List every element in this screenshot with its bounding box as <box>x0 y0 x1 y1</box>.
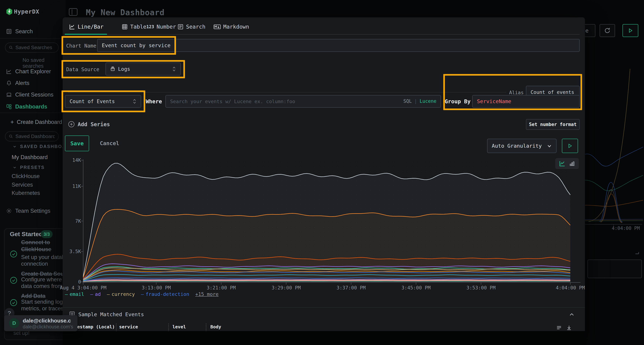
markdown-icon <box>214 24 221 30</box>
x-axis-tick-label: 3:45:00 PM <box>386 285 446 291</box>
lucene-toggle[interactable]: Lucene <box>420 98 436 104</box>
column-separator[interactable] <box>206 324 206 332</box>
preview-run-button[interactable] <box>562 139 578 153</box>
tab-line-bar[interactable]: Line/Bar <box>69 23 104 30</box>
section-divider <box>62 308 585 308</box>
legend-swatch: — <box>90 291 93 297</box>
annotation-box-data-source <box>62 60 185 78</box>
search-list-icon <box>178 24 184 30</box>
user-workspace: dale@clickhouse.com's <box>23 324 73 330</box>
legend-swatch: — <box>65 291 68 297</box>
user-email: dale@clickhouse.c <box>23 318 71 324</box>
preview-chart-canvas <box>77 157 594 293</box>
column-header-level[interactable]: level <box>172 324 186 330</box>
column-header-service[interactable]: service <box>119 324 138 330</box>
y-axis-tick-label: 3.5K <box>54 249 81 254</box>
tab-number[interactable]: 123 Number <box>146 23 176 30</box>
line-chart-icon <box>69 24 75 30</box>
annotation-box-aggregation <box>62 90 145 112</box>
sql-toggle[interactable]: SQL <box>404 98 412 104</box>
add-series-button[interactable]: Add Series <box>68 121 110 128</box>
save-button[interactable]: Save <box>65 135 89 151</box>
x-axis-tick-label: 3:29:00 PM <box>256 285 317 291</box>
y-axis-tick-label: 14K <box>54 157 81 163</box>
collapse-chevron-up-icon[interactable] <box>569 312 574 318</box>
user-menu-chip[interactable]: D dale@clickhouse.c dale@clickhouse.com'… <box>4 315 78 331</box>
legend-item[interactable]: —fraud-detection <box>141 291 189 297</box>
y-axis-tick-label: 0 <box>54 279 81 285</box>
table-body-area <box>62 331 585 345</box>
x-axis-tick-label: 3:13:00 PM <box>126 285 186 291</box>
x-axis-tick-label: 3:21:00 PM <box>191 285 252 291</box>
x-axis-tick-label: Aug 4 3:04:00 PM <box>53 285 114 291</box>
legend-more-link[interactable]: +15 more <box>195 291 218 297</box>
annotation-box-group-by <box>443 74 582 110</box>
y-axis-tick-label: 7K <box>54 218 81 224</box>
annotation-box-chart-name <box>62 36 176 55</box>
legend-item[interactable]: —email <box>65 291 84 297</box>
set-number-format-button[interactable]: Set number format <box>526 119 580 130</box>
column-separator[interactable] <box>116 324 117 332</box>
where-search-input[interactable] <box>166 95 441 108</box>
x-axis-tick-label: 3:53:00 PM <box>450 285 512 291</box>
tabs-divider <box>107 34 580 34</box>
tab-table[interactable]: Table <box>122 23 146 30</box>
plus-circle-icon <box>68 121 75 128</box>
tab-markdown[interactable]: Markdown <box>214 23 249 30</box>
play-icon <box>567 143 572 149</box>
column-separator[interactable] <box>168 324 169 332</box>
granularity-select[interactable]: Auto Granularity <box>487 139 556 153</box>
cancel-button[interactable]: Cancel <box>100 140 119 146</box>
active-tab-underline <box>65 34 107 35</box>
sample-events-title: Sample Matched Events <box>78 311 144 318</box>
row-density-icon[interactable] <box>556 325 562 331</box>
where-label: Where <box>146 98 162 105</box>
legend-swatch: — <box>107 291 110 297</box>
table-icon <box>122 24 128 30</box>
chevron-down-icon <box>547 143 552 148</box>
legend-swatch: — <box>141 291 144 297</box>
download-icon[interactable] <box>566 325 572 331</box>
column-header-body[interactable]: Body <box>210 324 221 330</box>
preview-chart: 03.5K7K11K14KAug 4 3:04:00 PM3:13:00 PM3… <box>77 157 594 302</box>
chart-legend: —email —ad —currency —fraud-detection +1… <box>65 291 218 297</box>
x-axis-tick-label: 4:04:00 PM <box>540 285 601 291</box>
query-language-switch: SQL | Lucene <box>404 98 436 104</box>
legend-item[interactable]: —ad <box>90 291 101 297</box>
legend-item[interactable]: —currency <box>107 291 135 297</box>
number-123-icon: 123 <box>146 24 154 29</box>
y-axis-tick-label: 11K <box>54 183 81 189</box>
x-axis-tick-label: 3:37:00 PM <box>321 285 382 291</box>
avatar: D <box>9 318 19 328</box>
tab-search[interactable]: Search <box>178 23 205 30</box>
